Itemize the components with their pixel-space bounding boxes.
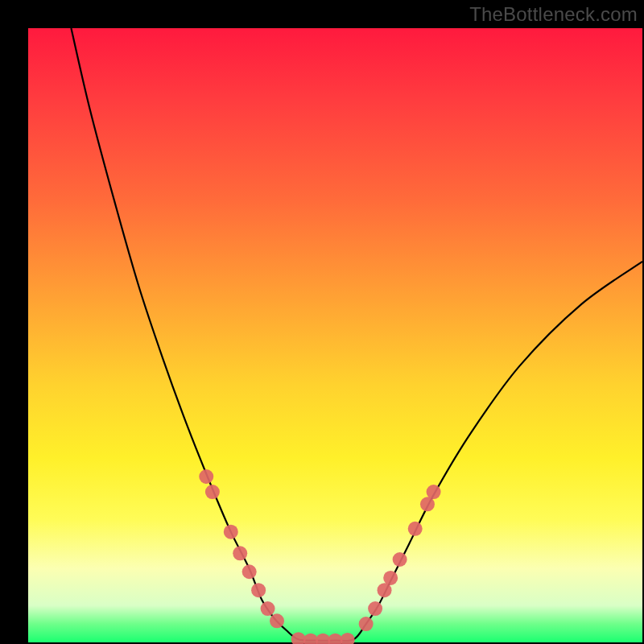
data-point: [420, 497, 435, 511]
data-point: [359, 617, 374, 631]
data-point: [251, 583, 266, 597]
data-point: [205, 485, 220, 499]
data-point: [270, 613, 284, 628]
data-point: [233, 546, 247, 560]
data-point: [261, 601, 275, 616]
data-point: [341, 633, 355, 644]
data-point: [383, 571, 398, 585]
data-point: [242, 564, 257, 579]
data-point: [328, 634, 343, 644]
data-point: [393, 552, 407, 567]
attribution-text: TheBottleneck.com: [469, 3, 638, 26]
curve-layer: [71, 28, 642, 641]
chart-svg: [28, 28, 642, 642]
data-point: [427, 485, 441, 499]
data-point: [408, 522, 423, 536]
data-point: [199, 469, 213, 484]
data-point: [224, 525, 238, 539]
data-point: [316, 634, 330, 644]
data-point: [291, 632, 306, 644]
data-point: [368, 601, 382, 616]
data-point: [378, 583, 392, 597]
marker-layer: [199, 469, 440, 644]
bottleneck-curve: [71, 28, 642, 641]
data-point: [303, 634, 318, 644]
chart-frame: TheBottleneck.com: [0, 0, 644, 644]
